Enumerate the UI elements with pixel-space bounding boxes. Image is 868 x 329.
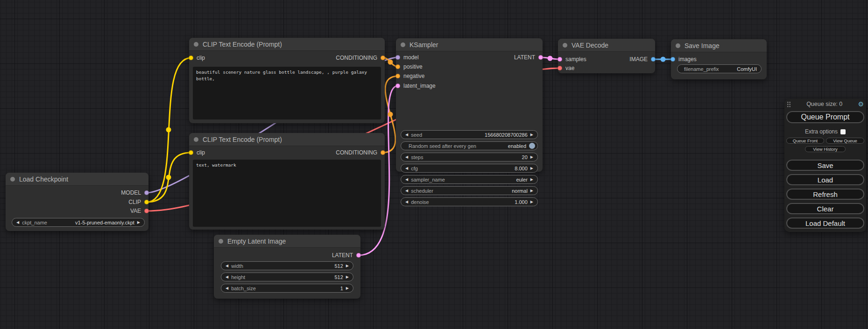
decrement-arrow-icon[interactable]: ◀	[226, 264, 228, 268]
node-empty-latent-image[interactable]: Empty Latent Image LATENT ◀ width 512 ▶ …	[214, 235, 360, 299]
save-button[interactable]: Save	[786, 160, 864, 171]
prompt-textarea[interactable]: text, watermark	[193, 160, 381, 227]
decrement-arrow-icon[interactable]: ◀	[405, 189, 408, 193]
decrement-arrow-icon[interactable]: ◀	[405, 200, 408, 204]
extra-options-checkbox[interactable]	[840, 129, 846, 134]
widget-label: filename_prefix	[684, 66, 719, 72]
collapse-dot-icon[interactable]	[194, 137, 198, 142]
node-header[interactable]: Empty Latent Image	[214, 235, 360, 248]
decrement-arrow-icon[interactable]: ◀	[226, 275, 228, 279]
clear-button[interactable]: Clear	[786, 203, 864, 214]
positive-input-port[interactable]	[395, 64, 400, 69]
increment-arrow-icon[interactable]: ▶	[530, 189, 533, 193]
decrement-arrow-icon[interactable]: ◀	[405, 178, 408, 182]
view-history-button[interactable]: View History	[805, 146, 846, 152]
decrement-arrow-icon[interactable]: ◀	[226, 287, 228, 290]
drag-handle-icon[interactable]	[787, 101, 791, 107]
view-queue-button[interactable]: View Queue	[826, 138, 864, 144]
node-header[interactable]: CLIP Text Encode (Prompt)	[189, 133, 385, 146]
collapse-dot-icon[interactable]	[401, 42, 405, 47]
node-header[interactable]: CLIP Text Encode (Prompt)	[189, 38, 385, 51]
increment-arrow-icon[interactable]: ▶	[346, 287, 349, 290]
decrement-arrow-icon[interactable]: ◀	[405, 155, 408, 159]
widget-label: cfg	[411, 166, 418, 171]
vae-output-port[interactable]	[144, 209, 149, 213]
widget-scheduler[interactable]: ◀ scheduler normal ▶	[401, 186, 538, 195]
output-slot-latent: LATENT	[514, 54, 543, 61]
increment-arrow-icon[interactable]: ▶	[346, 264, 349, 268]
slot-label: negative	[403, 73, 424, 79]
widget-seed[interactable]: ◀ seed 156680208700286 ▶	[401, 130, 538, 139]
input-slot-positive: positive	[395, 63, 423, 70]
input-slot-images: images	[670, 56, 697, 63]
collapse-dot-icon[interactable]	[219, 239, 223, 244]
extra-options-row: Extra options	[784, 128, 866, 135]
images-input-port[interactable]	[670, 57, 675, 62]
widget-random-seed-toggle[interactable]: Random seed after every gen enabled	[401, 141, 538, 150]
widget-batch-size[interactable]: ◀ batch_size 1 ▶	[221, 284, 353, 293]
prompt-textarea[interactable]: beautiful scenery nature glass bottle la…	[193, 67, 381, 119]
load-default-button[interactable]: Load Default	[786, 217, 864, 229]
node-header[interactable]: Load Checkpoint	[6, 173, 148, 186]
decrement-arrow-icon[interactable]: ◀	[405, 133, 408, 137]
toggle-knob-icon[interactable]	[529, 143, 535, 149]
slot-label: VAE	[130, 208, 141, 214]
negative-input-port[interactable]	[395, 74, 400, 78]
image-output-port[interactable]	[651, 57, 656, 62]
load-button[interactable]: Load	[786, 174, 864, 185]
widget-width[interactable]: ◀ width 512 ▶	[221, 261, 353, 270]
latent-output-port[interactable]	[538, 55, 543, 60]
conditioning-output-port[interactable]	[381, 56, 385, 60]
latent-image-input-port[interactable]	[395, 84, 400, 88]
widget-value: 1	[340, 286, 343, 291]
increment-arrow-icon[interactable]: ▶	[530, 167, 533, 170]
clip-input-port[interactable]	[189, 150, 193, 155]
collapse-dot-icon[interactable]	[676, 43, 680, 48]
widget-filename-prefix[interactable]: filename_prefix ComfyUI	[677, 64, 762, 73]
widget-cfg[interactable]: ◀ cfg 8.000 ▶	[401, 164, 538, 173]
collapse-dot-icon[interactable]	[563, 43, 567, 48]
widget-sampler-name[interactable]: ◀ sampler_name euler ▶	[401, 175, 538, 184]
graph-canvas[interactable]: CLIP Text Encode (Prompt) clip CONDITION…	[0, 0, 868, 329]
node-header[interactable]: VAE Decode	[558, 39, 655, 52]
decrement-arrow-icon[interactable]: ◀	[405, 167, 408, 170]
increment-arrow-icon[interactable]: ▶	[530, 133, 533, 137]
increment-arrow-icon[interactable]: ▶	[137, 221, 140, 224]
conditioning-output-port[interactable]	[381, 150, 385, 155]
extra-options-label: Extra options	[805, 128, 838, 135]
gear-icon[interactable]: ⚙	[858, 101, 864, 107]
widget-denoise[interactable]: ◀ denoise 1.000 ▶	[401, 197, 538, 206]
collapse-dot-icon[interactable]	[194, 42, 198, 47]
samples-input-port[interactable]	[557, 57, 562, 62]
clip-output-port[interactable]	[144, 200, 149, 204]
collapse-dot-icon[interactable]	[10, 177, 15, 182]
queue-front-button[interactable]: Queue Front	[786, 138, 824, 144]
latent-output-port[interactable]	[356, 253, 361, 258]
node-header[interactable]: Save Image	[671, 39, 767, 52]
increment-arrow-icon[interactable]: ▶	[530, 155, 533, 159]
increment-arrow-icon[interactable]: ▶	[530, 200, 533, 204]
node-clip-text-encode-positive[interactable]: CLIP Text Encode (Prompt) clip CONDITION…	[189, 38, 385, 123]
increment-arrow-icon[interactable]: ▶	[530, 178, 533, 182]
widget-steps[interactable]: ◀ steps 20 ▶	[401, 153, 538, 161]
model-input-port[interactable]	[395, 55, 400, 60]
decrement-arrow-icon[interactable]: ◀	[16, 221, 19, 224]
link-midpoint-dot	[166, 175, 171, 180]
node-load-checkpoint[interactable]: Load Checkpoint MODEL CLIP VAE ◀ ckpt_na…	[6, 173, 148, 231]
node-vae-decode[interactable]: VAE Decode samples vae IMAGE	[558, 39, 655, 73]
queue-prompt-button[interactable]: Queue Prompt	[786, 111, 864, 123]
node-ksampler[interactable]: KSampler model positive negative latent_…	[396, 38, 543, 172]
widget-label: height	[231, 274, 245, 280]
slot-label: clip	[197, 55, 205, 61]
widget-ckpt-name[interactable]: ◀ ckpt_name v1-5-pruned-emaonly.ckpt ▶	[12, 218, 145, 227]
link-midpoint-dot	[388, 112, 393, 117]
model-output-port[interactable]	[144, 190, 149, 195]
vae-input-port[interactable]	[557, 66, 562, 70]
widget-height[interactable]: ◀ height 512 ▶	[221, 273, 353, 281]
node-header[interactable]: KSampler	[396, 38, 543, 51]
increment-arrow-icon[interactable]: ▶	[346, 275, 349, 279]
clip-input-port[interactable]	[189, 56, 193, 60]
node-save-image[interactable]: Save Image images filename_prefix ComfyU…	[671, 39, 767, 79]
node-clip-text-encode-negative[interactable]: CLIP Text Encode (Prompt) clip CONDITION…	[189, 133, 385, 230]
refresh-button[interactable]: Refresh	[786, 189, 864, 200]
